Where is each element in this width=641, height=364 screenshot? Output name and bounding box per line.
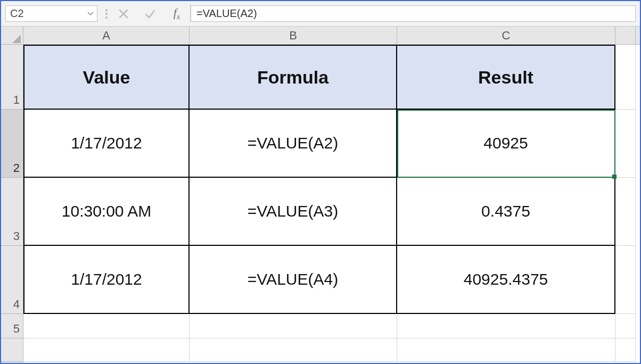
formula-input[interactable]: =VALUE(A2): [191, 5, 636, 22]
cell-a4[interactable]: 1/17/2012: [23, 246, 190, 314]
cell-b1[interactable]: Formula: [190, 45, 397, 110]
cell-b5[interactable]: [190, 314, 397, 338]
column-header-row: A B C: [1, 27, 640, 45]
cell-b4[interactable]: =VALUE(A4): [190, 246, 397, 314]
select-all-corner[interactable]: [1, 27, 23, 44]
column-header-overflow[interactable]: [615, 27, 636, 44]
cell-c1[interactable]: Result: [397, 45, 615, 110]
column-header-b[interactable]: B: [190, 27, 397, 44]
formula-text: =VALUE(A2): [196, 7, 257, 20]
cell-overflow[interactable]: [190, 338, 397, 362]
formula-bar-grip-icon: [103, 1, 110, 26]
cell-a3[interactable]: 10:30:00 AM: [23, 178, 190, 246]
cell-b3[interactable]: =VALUE(A3): [190, 178, 397, 246]
cell-d3[interactable]: [615, 178, 636, 246]
cell-d4[interactable]: [615, 246, 636, 314]
table-row: [23, 338, 636, 362]
cell-overflow[interactable]: [23, 338, 190, 362]
row-header-4[interactable]: 4: [1, 246, 23, 314]
cell-c4[interactable]: 40925.4375: [397, 246, 615, 314]
table-row: 1/17/2012 =VALUE(A2) 40925: [23, 110, 636, 178]
cell-d1[interactable]: [615, 45, 636, 110]
cell-d2[interactable]: [615, 110, 636, 178]
table-row: 1/17/2012 =VALUE(A4) 40925.4375: [23, 246, 636, 314]
cell-a5[interactable]: [23, 314, 190, 338]
formula-bar: C2 fx =VALUE(A2): [1, 1, 640, 27]
column-header-c[interactable]: C: [397, 27, 615, 44]
row-header-1[interactable]: 1: [1, 45, 23, 110]
row-header-3[interactable]: 3: [1, 178, 23, 246]
name-box[interactable]: C2: [5, 5, 97, 22]
cell-a2[interactable]: 1/17/2012: [23, 110, 190, 178]
name-box-text: C2: [6, 7, 84, 20]
column-header-a[interactable]: A: [23, 27, 190, 44]
cell-c5[interactable]: [397, 314, 615, 338]
row-header-overflow[interactable]: [1, 338, 23, 362]
row-header-2[interactable]: 2: [1, 110, 23, 178]
cell-d5[interactable]: [615, 314, 636, 338]
excel-window: C2 fx =VALUE(A2) A B C: [0, 0, 641, 364]
table-row: Value Formula Result: [23, 45, 636, 110]
cell-c3[interactable]: 0.4375: [397, 178, 615, 246]
cancel-formula-icon[interactable]: [110, 1, 137, 26]
cells-area: Value Formula Result 1/17/2012 =VALUE(A2…: [23, 45, 636, 363]
cell-b2[interactable]: =VALUE(A2): [190, 110, 397, 178]
table-row: [23, 314, 636, 338]
table-row: 10:30:00 AM =VALUE(A3) 0.4375: [23, 178, 636, 246]
row-header-column: 1 2 3 4 5: [1, 45, 23, 363]
cell-c2[interactable]: 40925: [397, 110, 615, 178]
accept-formula-icon[interactable]: [137, 1, 163, 26]
row-header-5[interactable]: 5: [1, 314, 23, 338]
cell-a1[interactable]: Value: [23, 45, 190, 110]
worksheet-grid[interactable]: 1 2 3 4 5 Value Formula Result 1/17/2012…: [1, 45, 640, 363]
insert-function-icon[interactable]: fx: [163, 1, 190, 26]
cell-overflow[interactable]: [615, 338, 636, 362]
cell-overflow[interactable]: [397, 338, 615, 362]
name-box-dropdown-icon[interactable]: [84, 6, 97, 21]
